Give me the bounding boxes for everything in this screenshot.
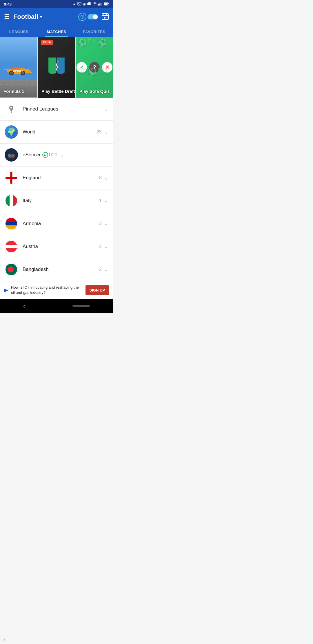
beta-badge: BETA: [41, 40, 53, 45]
status-time: 9:48: [4, 2, 12, 6]
status-icons: ▲ ◉: [72, 2, 109, 7]
svg-rect-61: [6, 245, 17, 248]
svg-rect-13: [108, 3, 109, 4]
pinned-leagues-label: Pinned Leagues: [23, 106, 104, 112]
signal-icon: [98, 2, 102, 6]
list-item-austria[interactable]: Austria 2 ⌄: [0, 235, 113, 258]
list-item-england[interactable]: England 8 ⌄: [0, 167, 113, 189]
list-item-esoccer[interactable]: eSoccer ▶ 1/20 ⌄: [0, 144, 113, 167]
calendar-icon: 14: [101, 12, 109, 20]
wifi-icon: [93, 2, 97, 6]
app-title: Football: [13, 13, 38, 21]
svg-rect-7: [98, 4, 99, 6]
austria-flag: [5, 240, 18, 253]
svg-rect-0: [78, 2, 81, 5]
esoccer-icon: [5, 148, 18, 162]
list-item-pinned[interactable]: Pinned Leagues ⌄: [0, 98, 113, 121]
live-toggle[interactable]: [78, 13, 98, 21]
bangladesh-chevron: ⌄: [104, 266, 108, 273]
pinned-chevron: ⌄: [104, 106, 108, 112]
battery-icon: [104, 2, 109, 6]
world-label: World: [23, 129, 97, 135]
armenia-chevron: ⌄: [104, 220, 108, 227]
svg-point-65: [8, 267, 14, 272]
italy-flag: [5, 194, 18, 207]
live-toggle-switch[interactable]: [88, 14, 98, 19]
svg-rect-41: [10, 155, 11, 156]
esoccer-count: 1/20: [48, 152, 57, 158]
svg-rect-38: [9, 154, 10, 155]
list-item-bangladesh[interactable]: Bangladesh 2 ⌄: [0, 258, 113, 281]
ad-text: How is ICT innovating and reshaping the …: [11, 285, 83, 295]
tab-bar: LEAGUES MATCHES FAVORITES: [0, 26, 113, 37]
home-indicator[interactable]: [72, 305, 90, 307]
svg-rect-62: [6, 248, 17, 252]
status-bar: 9:48 ▲ ◉: [0, 0, 113, 8]
svg-rect-9: [101, 3, 101, 6]
battle-draft-label: Play Battle Draft: [41, 89, 75, 94]
tab-matches[interactable]: MATCHES: [38, 26, 75, 37]
austria-label: Austria: [23, 244, 99, 249]
calendar-button[interactable]: 14: [101, 12, 109, 21]
austria-count: 2: [99, 244, 102, 249]
esoccer-chevron: ⌄: [60, 152, 64, 158]
ad-signup-button[interactable]: SIGN UP: [85, 285, 109, 295]
ad-banner: ▶ How is ICT innovating and reshaping th…: [0, 281, 113, 299]
svg-point-32: [10, 72, 13, 75]
toggle-knob: [93, 15, 98, 19]
vibrate-icon: [87, 2, 91, 7]
svg-point-42: [12, 155, 13, 155]
clock-icon: [78, 13, 86, 21]
svg-point-30: [21, 72, 24, 75]
battle-draft-card[interactable]: BETA Play Battle Draft: [38, 37, 75, 98]
svg-point-43: [13, 155, 14, 156]
formula1-card[interactable]: CHANDON Formula 1: [0, 37, 37, 98]
tab-leagues[interactable]: LEAGUES: [0, 26, 38, 37]
back-button[interactable]: ‹: [23, 303, 25, 309]
app-title-container: Football ▾: [13, 13, 75, 21]
svg-rect-8: [99, 3, 100, 6]
bangladesh-count: 2: [99, 267, 102, 272]
armenia-count: 3: [99, 221, 102, 226]
svg-rect-10: [102, 2, 102, 6]
list-item-italy[interactable]: Italy 1 ⌄: [0, 189, 113, 212]
svg-rect-60: [6, 241, 17, 245]
pin-icon: [5, 102, 18, 116]
armenia-label: Armenia: [23, 221, 99, 227]
england-label: England: [23, 175, 99, 181]
sofa-quiz-label: Play Sofa Quiz: [79, 89, 110, 94]
ad-play-icon: ▶: [4, 287, 8, 293]
world-chevron: ⌄: [104, 129, 108, 135]
banner-section: CHANDON Formula 1 BETA Play: [0, 37, 113, 98]
formula1-label: Formula 1: [3, 89, 24, 94]
svg-point-45: [12, 155, 12, 156]
austria-chevron: ⌄: [104, 243, 108, 250]
list-item-world[interactable]: 🌍 World 25 ⌄: [0, 121, 113, 144]
england-chevron: ⌄: [104, 175, 108, 181]
tab-favorites[interactable]: FAVORITES: [75, 26, 113, 37]
svg-rect-26: [27, 72, 32, 73]
svg-rect-53: [10, 195, 13, 207]
dropdown-icon[interactable]: ▾: [40, 15, 42, 19]
esoccer-label: eSoccer: [23, 152, 41, 158]
world-count: 25: [97, 129, 102, 135]
england-count: 8: [99, 175, 102, 180]
england-flag: [5, 171, 18, 184]
leagues-list: Pinned Leagues ⌄ 🌍 World 25 ⌄: [0, 98, 113, 281]
app-bar: ☰ Football ▾ 14: [0, 8, 113, 26]
menu-icon[interactable]: ☰: [4, 13, 10, 21]
svg-point-44: [12, 156, 13, 157]
list-item-armenia[interactable]: Armenia 3 ⌄: [0, 212, 113, 235]
image-icon: [77, 2, 81, 7]
sofa-quiz-card[interactable]: ⚽ 🎾 ⚽ 🎾 ⚽ 🎾 ✓ ? ✕ Play Sofa Quiz: [76, 37, 113, 98]
svg-rect-2: [88, 2, 90, 5]
italy-chevron: ⌄: [104, 198, 108, 204]
svg-rect-52: [6, 195, 10, 207]
svg-text:14: 14: [104, 16, 107, 19]
world-icon: 🌍: [5, 125, 18, 139]
esoccer-sublabel: eSoccer ▶: [23, 152, 48, 158]
svg-rect-27: [4, 69, 8, 70]
svg-point-34: [10, 107, 12, 108]
svg-rect-39: [9, 156, 10, 157]
live-play-icon: ▶: [42, 152, 48, 158]
